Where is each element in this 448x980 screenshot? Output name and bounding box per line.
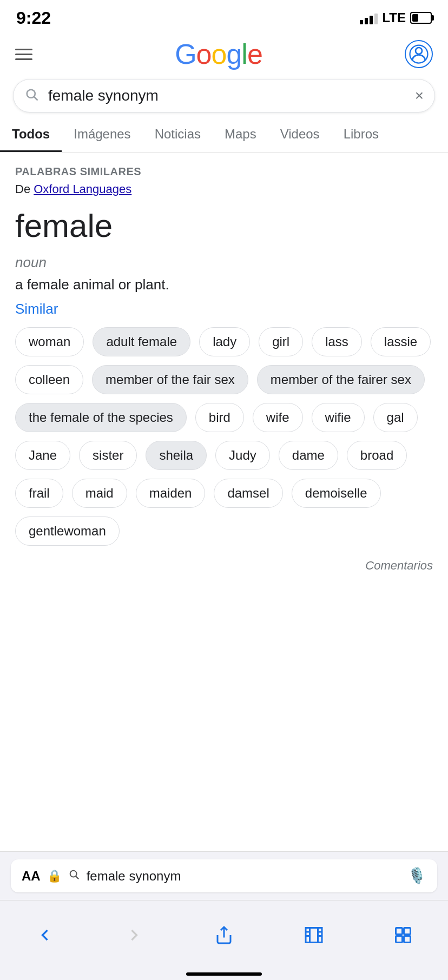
- chip-lady[interactable]: lady: [199, 327, 250, 356]
- chip-bird[interactable]: bird: [195, 403, 244, 432]
- svg-point-2: [27, 90, 35, 98]
- browser-nav: [0, 900, 448, 980]
- url-search-icon: [68, 869, 80, 884]
- svg-rect-14: [404, 928, 411, 934]
- search-bar-container: female synonym ×: [0, 76, 448, 112]
- forward-button[interactable]: [114, 920, 155, 950]
- word-pos: noun: [15, 254, 433, 271]
- tabs-container: Todos Imágenes Noticias Maps Videos Libr…: [0, 118, 448, 153]
- chip-adult-female[interactable]: adult female: [93, 327, 190, 356]
- status-icons: LTE: [360, 10, 432, 25]
- search-icon: [24, 87, 39, 104]
- chip-colleen[interactable]: colleen: [15, 365, 83, 394]
- signal-bars-icon: [360, 11, 378, 24]
- tab-libros[interactable]: Libros: [332, 118, 391, 152]
- account-avatar[interactable]: [405, 40, 433, 68]
- tab-maps[interactable]: Maps: [213, 118, 268, 152]
- home-indicator: [186, 972, 262, 976]
- browser-url-bar: AA 🔒 female synonym 🎙️: [0, 851, 448, 900]
- chip-demoiselle[interactable]: demoiselle: [292, 479, 381, 508]
- tabs-button[interactable]: [383, 920, 424, 950]
- status-bar: 9:22 LTE: [0, 0, 448, 32]
- chip-gal[interactable]: gal: [373, 403, 418, 432]
- lte-label: LTE: [382, 10, 406, 25]
- chip-wife[interactable]: wife: [253, 403, 303, 432]
- svg-rect-16: [404, 936, 411, 942]
- chips-container: womanadult femaleladygirllasslassiecolle…: [15, 327, 433, 546]
- svg-point-0: [416, 48, 422, 54]
- tab-imagenes[interactable]: Imágenes: [62, 118, 142, 152]
- search-bar[interactable]: female synonym ×: [13, 79, 435, 112]
- chip-member-of-the-fairer-sex[interactable]: member of the fairer sex: [257, 365, 425, 394]
- chip-frail[interactable]: frail: [15, 479, 63, 508]
- svg-rect-15: [396, 936, 403, 942]
- url-bar-inner[interactable]: AA 🔒 female synonym 🎙️: [11, 859, 437, 892]
- source-prefix: De: [15, 182, 34, 196]
- chip-member-of-the-fair-sex[interactable]: member of the fair sex: [92, 365, 248, 394]
- chip-lass[interactable]: lass: [312, 327, 362, 356]
- source-line: De Oxford Languages: [15, 182, 433, 196]
- word-definition: a female animal or plant.: [15, 276, 433, 293]
- main-content: PALABRAS SIMILARES De Oxford Languages f…: [0, 153, 448, 597]
- chip-gentlewoman[interactable]: gentlewoman: [15, 517, 120, 546]
- similar-label: Similar: [15, 301, 433, 317]
- svg-point-4: [70, 870, 76, 877]
- google-header: Google: [0, 32, 448, 76]
- chip-girl[interactable]: girl: [259, 327, 303, 356]
- status-time: 9:22: [16, 8, 51, 28]
- tab-noticias[interactable]: Noticias: [143, 118, 213, 152]
- battery-icon: [410, 12, 432, 24]
- url-text: female synonym: [87, 869, 401, 884]
- chip-sister[interactable]: sister: [79, 441, 137, 470]
- tab-videos[interactable]: Videos: [268, 118, 332, 152]
- chip-the-female-of-the-species[interactable]: the female of the species: [15, 403, 187, 432]
- svg-line-3: [34, 97, 37, 100]
- google-logo: Google: [175, 38, 262, 70]
- svg-line-5: [76, 876, 78, 879]
- tab-todos[interactable]: Todos: [0, 118, 62, 152]
- search-query-text: female synonym: [48, 87, 406, 104]
- chip-dame[interactable]: dame: [279, 441, 338, 470]
- chip-damsel[interactable]: damsel: [214, 479, 282, 508]
- source-link[interactable]: Oxford Languages: [34, 182, 131, 196]
- share-button[interactable]: [203, 920, 245, 950]
- chip-broad[interactable]: broad: [347, 441, 407, 470]
- hamburger-menu-icon[interactable]: [15, 49, 32, 60]
- chip-woman[interactable]: woman: [15, 327, 84, 356]
- microphone-icon[interactable]: 🎙️: [407, 867, 426, 885]
- chip-maiden[interactable]: maiden: [136, 479, 206, 508]
- search-clear-button[interactable]: ×: [415, 87, 424, 104]
- chip-sheila[interactable]: sheila: [146, 441, 207, 470]
- word-title: female: [15, 207, 433, 244]
- back-button[interactable]: [24, 920, 65, 950]
- chip-wifie[interactable]: wifie: [312, 403, 365, 432]
- comments-label: Comentarios: [15, 559, 433, 584]
- chip-jane[interactable]: Jane: [15, 441, 70, 470]
- svg-rect-13: [396, 928, 403, 934]
- chip-judy[interactable]: Judy: [215, 441, 270, 470]
- bookmarks-button[interactable]: [293, 920, 334, 950]
- chip-maid[interactable]: maid: [72, 479, 127, 508]
- url-aa-label[interactable]: AA: [22, 869, 41, 884]
- chip-lassie[interactable]: lassie: [371, 327, 431, 356]
- lock-icon: 🔒: [47, 869, 62, 883]
- section-label: PALABRAS SIMILARES: [15, 165, 433, 178]
